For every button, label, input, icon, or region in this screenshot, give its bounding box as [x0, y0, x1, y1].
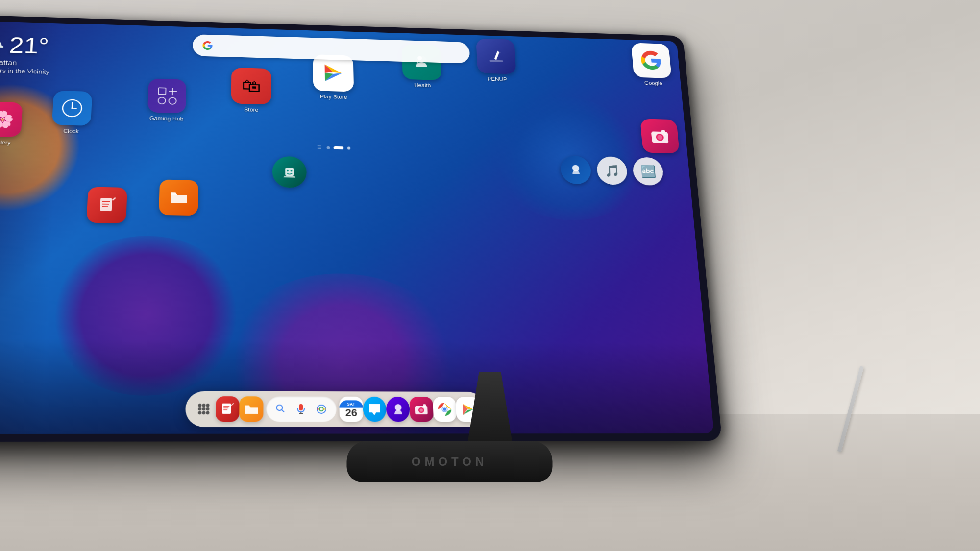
app-label-health: Health [414, 82, 431, 88]
svg-point-27 [202, 411, 206, 414]
svg-rect-6 [489, 60, 503, 62]
svg-point-3 [71, 107, 73, 109]
app-label-gallery: Gallery [0, 139, 11, 146]
taskbar-search[interactable] [267, 396, 337, 422]
mini-icon-bixby[interactable] [560, 156, 591, 185]
taskbar-lens-icon[interactable] [313, 401, 330, 417]
svg-rect-10 [662, 130, 665, 133]
google-g-logo [201, 39, 215, 51]
mini-icon-translate[interactable]: 🔤 [632, 157, 664, 186]
svg-point-22 [206, 404, 210, 407]
stand-brand-label: OMOTON [412, 455, 488, 469]
svg-point-20 [198, 404, 202, 407]
svg-rect-35 [299, 404, 303, 410]
page-dot-1[interactable] [327, 146, 330, 149]
weather-icon: 🌤️ [0, 34, 5, 54]
app-icon-gaming-hub[interactable]: Gaming Hub [147, 78, 187, 122]
svg-point-21 [202, 404, 206, 407]
app-icon-gallery[interactable]: 🌸 Gallery [0, 101, 23, 146]
svg-line-34 [282, 410, 284, 412]
app-label-google: Google [644, 80, 662, 86]
weather-description: Showers in the Vicinity [0, 67, 49, 75]
app-label-store: Store [244, 106, 258, 113]
svg-rect-29 [222, 404, 231, 414]
page-dot-3[interactable] [347, 146, 351, 149]
svg-point-42 [394, 404, 401, 410]
mini-icon-music[interactable]: 🎵 [596, 156, 628, 185]
taskbar-note-icon[interactable] [216, 396, 240, 422]
svg-point-39 [319, 407, 323, 411]
mini-icons-row: 🎵 🔤 [560, 156, 664, 186]
app-icon-bixby[interactable] [272, 156, 307, 188]
taskbar-messages-icon[interactable] [363, 397, 387, 422]
app-label-gaming-hub: Gaming Hub [149, 115, 184, 122]
page-indicators: ≡ [317, 144, 351, 152]
app-label-play-store: Play Store [320, 94, 347, 100]
page-separator-icon: ≡ [317, 144, 321, 151]
app-icon-folder[interactable] [159, 179, 198, 216]
app-icon-clock[interactable]: Clock [51, 91, 92, 135]
taskbar-calendar-icon[interactable]: SAT 26 [339, 397, 363, 422]
taskbar-mic-icon[interactable] [293, 401, 309, 417]
taskbar-bixby-icon[interactable] [386, 397, 410, 422]
svg-point-23 [198, 407, 202, 411]
svg-point-28 [206, 411, 210, 415]
weather-temperature: 21° [8, 31, 49, 59]
page-dot-2[interactable] [334, 146, 344, 149]
app-icon-penup[interactable]: PENUP [476, 38, 516, 82]
svg-point-26 [198, 411, 202, 414]
svg-point-25 [206, 407, 210, 411]
taskbar-folder-icon[interactable] [240, 396, 264, 422]
search-bar-text [218, 46, 462, 53]
taskbar-apps-icon[interactable] [192, 397, 216, 421]
app-icon-store[interactable]: 🛍 Store [231, 68, 271, 113]
svg-rect-16 [100, 198, 112, 211]
svg-rect-13 [285, 168, 294, 176]
stand-base: OMOTON [347, 441, 553, 482]
svg-point-24 [202, 407, 206, 411]
svg-rect-46 [423, 404, 426, 407]
app-icon-camera[interactable] [640, 119, 680, 156]
app-icon-google[interactable]: Google [631, 43, 672, 87]
app-icon-samsung-note[interactable] [87, 187, 127, 223]
app-icon-play-store[interactable]: Play Store [313, 54, 354, 100]
top-search-bar[interactable] [193, 34, 470, 64]
app-label-penup: PENUP [487, 76, 507, 82]
weather-widget: 🌤️ 21° Manhattan Showers in the Vicinity [0, 31, 51, 75]
app-label-clock: Clock [63, 128, 79, 135]
